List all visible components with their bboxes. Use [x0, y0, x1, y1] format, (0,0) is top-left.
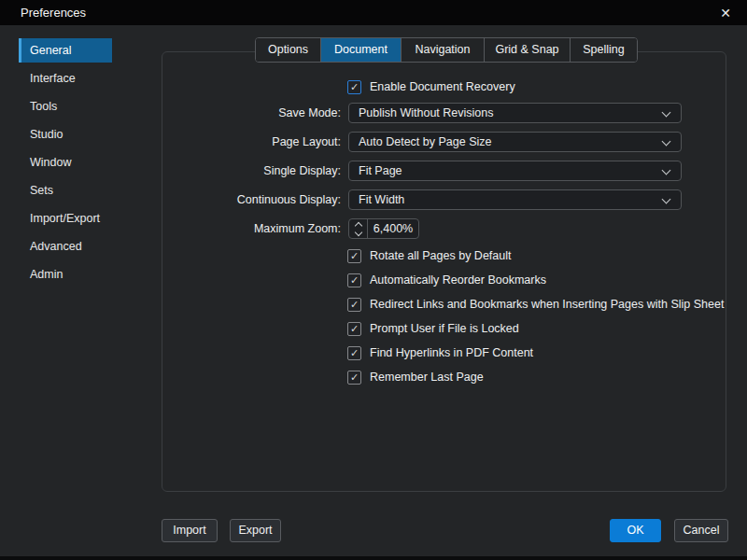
tab-options[interactable]: Options	[256, 38, 321, 62]
check-icon: ✓	[350, 275, 359, 286]
single-display-value: Fit Page	[359, 164, 402, 177]
maximum-zoom-value: 6,400%	[368, 219, 418, 238]
stepper-buttons	[349, 219, 368, 238]
enable-document-recovery-checkbox[interactable]: ✓	[347, 80, 361, 94]
check-icon: ✓	[350, 348, 359, 358]
enable-document-recovery-label: Enable Document Recovery	[370, 80, 515, 94]
chevron-down-icon	[662, 195, 671, 204]
remember-last-page-checkbox[interactable]: ✓	[347, 371, 361, 385]
single-display-label: Single Display:	[163, 161, 341, 181]
chevron-down-icon	[354, 228, 361, 235]
chevron-down-icon	[662, 108, 671, 118]
redirect-links-label: Redirect Links and Bookmarks when Insert…	[370, 298, 724, 312]
sidebar-item-import-export[interactable]: Import/Export	[19, 206, 112, 231]
spin-down-button[interactable]	[349, 229, 367, 238]
check-icon: ✓	[350, 251, 359, 261]
prompt-locked-checkbox[interactable]: ✓	[347, 322, 361, 336]
page-layout-select[interactable]: Auto Detect by Page Size	[348, 132, 682, 152]
check-icon: ✓	[350, 324, 359, 334]
find-hyperlinks-checkbox[interactable]: ✓	[347, 346, 361, 360]
sidebar-item-window[interactable]: Window	[19, 150, 112, 175]
rotate-all-pages-label: Rotate all Pages by Default	[370, 249, 511, 263]
single-display-select[interactable]: Fit Page	[348, 161, 682, 181]
check-icon: ✓	[350, 372, 359, 383]
import-button[interactable]: Import	[162, 519, 218, 542]
sidebar-item-tools[interactable]: Tools	[19, 94, 112, 119]
close-icon[interactable]: ✕	[713, 0, 738, 25]
prompt-locked-label: Prompt User if File is Locked	[370, 322, 519, 336]
check-icon: ✓	[350, 300, 359, 310]
reorder-bookmarks-checkbox[interactable]: ✓	[347, 273, 361, 287]
tab-navigation[interactable]: Navigation	[402, 38, 485, 62]
tab-spelling[interactable]: Spelling	[571, 38, 637, 62]
cancel-button[interactable]: Cancel	[674, 519, 728, 542]
maximum-zoom-label: Maximum Zoom:	[163, 218, 341, 239]
ok-button[interactable]: OK	[610, 519, 661, 542]
window-bottom-edge	[0, 556, 747, 560]
titlebar: Preferences ✕	[0, 0, 747, 25]
sidebar-item-general[interactable]: General	[19, 38, 112, 63]
save-mode-select[interactable]: Publish Without Revisions	[348, 103, 682, 123]
tab-document[interactable]: Document	[321, 38, 402, 62]
export-button[interactable]: Export	[230, 519, 281, 542]
continuous-display-value: Fit Width	[359, 193, 404, 206]
sidebar-item-admin[interactable]: Admin	[19, 262, 112, 287]
sidebar-item-studio[interactable]: Studio	[19, 122, 112, 147]
sidebar-item-interface[interactable]: Interface	[19, 66, 112, 91]
tab-bar: Options Document Navigation Grid & Snap …	[255, 37, 638, 63]
maximum-zoom-stepper[interactable]: 6,400%	[348, 218, 419, 239]
save-mode-label: Save Mode:	[163, 103, 341, 123]
reorder-bookmarks-label: Automatically Reorder Bookmarks	[370, 273, 546, 287]
tab-grid-snap[interactable]: Grid & Snap	[485, 38, 571, 62]
redirect-links-checkbox[interactable]: ✓	[347, 298, 361, 312]
window-title: Preferences	[21, 6, 86, 20]
page-layout-label: Page Layout:	[163, 132, 341, 152]
continuous-display-label: Continuous Display:	[163, 189, 341, 210]
check-icon: ✓	[350, 82, 359, 92]
chevron-down-icon	[662, 137, 671, 147]
remember-last-page-label: Remember Last Page	[370, 371, 484, 385]
save-mode-value: Publish Without Revisions	[359, 106, 494, 119]
sidebar-item-sets[interactable]: Sets	[19, 178, 112, 203]
continuous-display-select[interactable]: Fit Width	[348, 189, 682, 210]
rotate-all-pages-checkbox[interactable]: ✓	[347, 249, 361, 263]
page-layout-value: Auto Detect by Page Size	[359, 135, 491, 148]
chevron-down-icon	[662, 166, 671, 175]
sidebar-item-advanced[interactable]: Advanced	[19, 234, 112, 259]
find-hyperlinks-label: Find Hyperlinks in PDF Content	[370, 346, 533, 360]
